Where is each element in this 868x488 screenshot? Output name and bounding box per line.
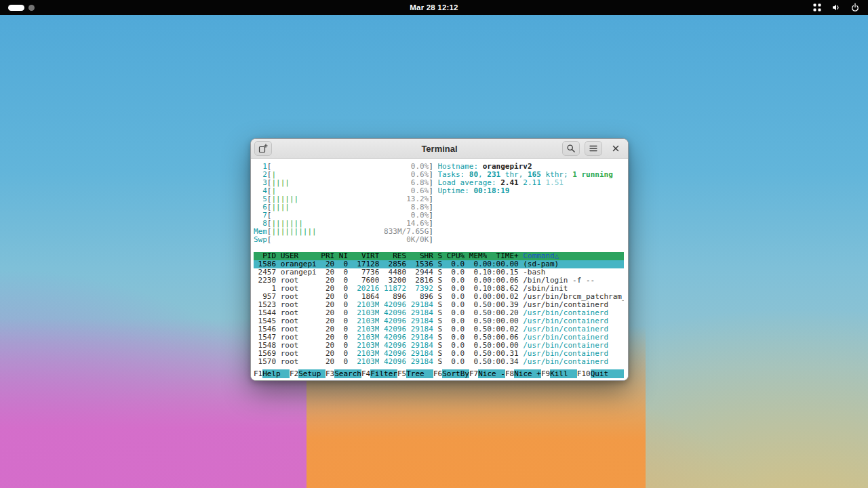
menu-button[interactable] [585, 141, 602, 156]
column-header-pri[interactable]: PRI [317, 252, 334, 260]
column-header-mem[interactable]: MEM% [465, 252, 487, 260]
process-row[interactable]: 1523root2002103M4209629184S0.00.50:00.39… [254, 301, 624, 309]
info-line: Uptime: 00:18:19 [438, 187, 625, 195]
cell-s: S [433, 333, 442, 342]
cell-cmd: -bash [519, 268, 624, 277]
process-row[interactable]: 1root20020216118727392S0.00.10:08.62/sbi… [254, 285, 624, 293]
cell-user: root [276, 342, 317, 350]
fnkey-f7[interactable]: F7Nice - [469, 369, 505, 378]
fnkey-f5[interactable]: F5Tree [397, 369, 433, 378]
fnkey-f9[interactable]: F9Kill [541, 369, 577, 378]
cell-virt: 2103M [348, 350, 379, 358]
column-header-ni[interactable]: NI [334, 252, 348, 260]
meter-value: 0.0% [411, 163, 429, 171]
close-button[interactable] [607, 141, 625, 156]
cell-mem: 0.5 [465, 350, 487, 358]
cell-res: 42096 [379, 309, 406, 317]
cell-cpu: 0.0 [442, 342, 465, 350]
column-header-command[interactable]: Command△ [519, 252, 624, 260]
app-grid-icon[interactable] [812, 3, 822, 12]
fnkey-label: F5 [397, 369, 406, 378]
cell-pid: 1545 [254, 317, 276, 325]
cell-time: 0:00.00 [487, 260, 518, 268]
cell-pri: 20 [317, 301, 334, 309]
column-header-user[interactable]: USER [276, 252, 317, 260]
fnkey-f1[interactable]: F1Help [254, 369, 290, 378]
cpu-memory-meters: 1[0.0%]2[|0.6%]3[||||6.8%]4[|0.6%]5[||||… [254, 163, 433, 244]
column-header-shr[interactable]: SHR [406, 252, 433, 260]
meter-bar: 0K/0K [271, 236, 429, 244]
column-header-s[interactable]: S [433, 252, 442, 260]
cell-cmd: /usr/bin/containerd [519, 309, 624, 317]
info-segment: 2.11 [523, 178, 545, 187]
process-row[interactable]: 1570root2002103M4209629184S0.00.50:00.34… [254, 358, 624, 366]
cell-pid: 1570 [254, 358, 276, 366]
fnkey-label: F8 [505, 369, 514, 378]
meter-3: 3[||||6.8%] [254, 179, 433, 187]
clock[interactable]: Mar 28 12:12 [410, 3, 458, 12]
workspace-indicator-inactive[interactable] [28, 5, 35, 11]
process-row[interactable]: 2457orangepi200773644802944S0.00.10:00.1… [254, 268, 624, 277]
process-row[interactable]: 2230root200760032002816S0.00.00:00.06/bi… [254, 277, 624, 285]
hamburger-menu-icon [589, 144, 598, 153]
meter-value: 8.8% [411, 203, 429, 211]
cell-mem: 0.0 [465, 293, 487, 301]
cell-s: S [433, 301, 442, 309]
process-row[interactable]: 1545root2002103M4209629184S0.00.50:00.00… [254, 317, 624, 325]
fnkey-f8[interactable]: F8Nice + [505, 369, 541, 378]
cell-s: S [433, 342, 442, 350]
system-status-area[interactable] [812, 3, 860, 12]
meter-label: Swp [254, 236, 267, 244]
process-row[interactable]: 1547root2002103M4209629184S0.00.50:00.06… [254, 333, 624, 342]
info-segment: 00:18:19 [473, 186, 509, 195]
power-icon[interactable] [850, 3, 860, 12]
process-row[interactable]: 1544root2002103M4209629184S0.00.50:00.20… [254, 309, 624, 317]
process-row[interactable]: 1548root2002103M4209629184S0.00.50:00.00… [254, 342, 624, 350]
cell-pid: 1546 [254, 325, 276, 333]
info-segment: Uptime: [438, 186, 474, 195]
cell-ni: 0 [334, 342, 348, 350]
cell-user: root [276, 293, 317, 301]
cell-mem: 0.0 [465, 260, 487, 268]
fnkey-label: F7 [469, 369, 478, 378]
fnkey-f2[interactable]: F2Setup [290, 369, 326, 378]
cell-cpu: 0.0 [442, 293, 465, 301]
meter-bracket-open: [ [267, 236, 272, 244]
cell-cmd: /bin/login -f -- [519, 277, 624, 285]
meter-bracket-close: ] [429, 236, 433, 244]
cell-cpu: 0.0 [442, 325, 465, 333]
process-row[interactable]: 1569root2002103M4209629184S0.00.50:00.31… [254, 350, 624, 358]
process-row[interactable]: 957root2001864896896S0.00.00:00.02/usr/b… [254, 293, 624, 301]
cell-pid: 1547 [254, 333, 276, 342]
column-header-time[interactable]: TIME+ [487, 252, 518, 260]
column-header-virt[interactable]: VIRT [348, 252, 379, 260]
process-row[interactable]: 1586orangepi2001712828561536S0.00.00:00.… [254, 260, 624, 268]
titlebar[interactable]: Terminal [251, 139, 628, 159]
column-header-res[interactable]: RES [379, 252, 406, 260]
column-header-cpu[interactable]: CPU% [442, 252, 465, 260]
cell-pri: 20 [317, 358, 334, 366]
process-row[interactable]: 1546root2002103M4209629184S0.00.50:00.02… [254, 325, 624, 333]
cell-cpu: 0.0 [442, 260, 465, 268]
fnkey-f10[interactable]: F10Quit [577, 369, 618, 378]
cell-s: S [433, 309, 442, 317]
workspace-indicator-active[interactable] [8, 5, 24, 11]
column-header-pid[interactable]: PID [254, 252, 276, 260]
fnkey-action: Tree [406, 369, 433, 378]
meter-5: 5[||||||13.2%] [254, 195, 433, 203]
fnkey-f6[interactable]: F6SortBy [433, 369, 469, 378]
cell-pri: 20 [317, 342, 334, 350]
volume-icon[interactable] [831, 3, 841, 12]
fnkey-bar-fill [617, 369, 624, 378]
cell-shr: 1536 [406, 260, 433, 268]
meter-value: 6.8% [411, 179, 429, 187]
search-button[interactable] [562, 141, 580, 156]
cell-time: 0:00.06 [487, 277, 518, 285]
cell-mem: 0.5 [465, 325, 487, 333]
fnkey-f4[interactable]: F4Filter [361, 369, 397, 378]
fnkey-f3[interactable]: F3Search [326, 369, 361, 378]
new-tab-button[interactable] [254, 141, 272, 156]
cell-pid: 1 [254, 285, 276, 293]
fnkey-action: Search [334, 369, 361, 378]
cell-pri: 20 [317, 309, 334, 317]
